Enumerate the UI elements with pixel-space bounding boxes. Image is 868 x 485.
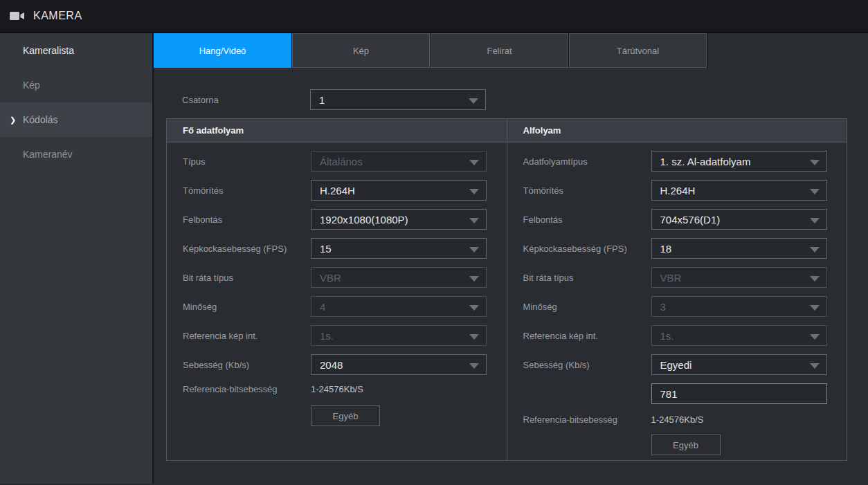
tab-label: Kép: [353, 46, 369, 56]
tab-kep[interactable]: Kép: [292, 33, 430, 68]
tab-label: Tárútvonal: [617, 46, 659, 56]
more-button[interactable]: Egyéb: [311, 405, 380, 426]
field-label: Felbontás: [523, 214, 651, 225]
field-row: Tömörítés H.264H: [523, 180, 847, 201]
tab-label: Felirat: [487, 46, 512, 56]
sidebar-item-kameralista[interactable]: Kameralista: [0, 33, 152, 68]
field-dropdown[interactable]: 704x576(D1): [651, 209, 827, 230]
field-label: Típus: [183, 156, 311, 167]
field-label: Sebesség (Kb/s): [523, 360, 651, 370]
chevron-down-icon: [810, 305, 820, 311]
field-dropdown: 3: [651, 296, 827, 317]
dropdown-value: Általános: [320, 156, 363, 167]
field-label: Bit ráta típus: [523, 273, 651, 283]
field-row: Minőség 3: [523, 296, 847, 317]
field-dropdown[interactable]: 1920x1080(1080P): [311, 209, 487, 230]
field-row: Sebesség (Kb/s) 2048: [183, 354, 507, 375]
field-row: Referencia kép int. 1s.: [183, 325, 507, 346]
dropdown-value: 18: [660, 243, 672, 255]
field-row: Bit ráta típus VBR: [523, 267, 847, 288]
tab-felirat[interactable]: Felirat: [431, 33, 568, 68]
topbar: KAMERA: [0, 0, 868, 33]
chevron-right-icon: ❯: [10, 116, 16, 124]
field-label: Képkockasebesség (FPS): [523, 244, 651, 254]
sidebar-item-label: Kép: [23, 80, 40, 91]
channel-row: Csatorna 1: [182, 89, 868, 110]
tab-tarutvonal[interactable]: Tárútvonal: [569, 33, 707, 68]
dropdown-value: Egyedi: [660, 359, 692, 371]
field-row: Sebesség (Kb/s) Egyedi: [523, 354, 847, 375]
field-label: Képkockasebesség (FPS): [183, 244, 311, 254]
ref-bitrate-label: Referencia-bitsebesség: [183, 384, 311, 394]
field-label: Minőség: [183, 302, 311, 312]
custom-rate-row: [523, 383, 847, 404]
field-dropdown[interactable]: 15: [311, 238, 487, 259]
field-label: Felbontás: [183, 214, 311, 225]
field-row: Képkockasebesség (FPS) 18: [523, 238, 847, 259]
field-row: Tömörítés H.264H: [183, 180, 507, 201]
field-dropdown[interactable]: 2048: [311, 354, 487, 375]
field-row: Adatfolyamtípus 1. sz. Al-adatfolyam: [523, 151, 847, 172]
ref-bitrate-label: Referencia-bitsebesség: [523, 414, 651, 425]
field-dropdown[interactable]: 18: [651, 238, 827, 259]
sidebar: Kameralista Kép ❯ Kódolás Kameranév: [0, 33, 154, 484]
sidebar-item-kodolas[interactable]: ❯ Kódolás: [0, 102, 152, 137]
chevron-down-icon: [810, 276, 820, 282]
dropdown-value: 1920x1080(1080P): [320, 214, 408, 226]
chevron-down-icon: [469, 305, 479, 311]
main-area: Hang/Videó Kép Felirat Tárútvonal Csator…: [154, 33, 868, 484]
main-stream-fields: Típus Általános Tömörítés H.264H Felbont…: [183, 151, 507, 375]
dropdown-value: 2048: [320, 359, 343, 371]
dropdown-value: 1: [319, 94, 325, 106]
dropdown-value: VBR: [320, 272, 341, 284]
sub-stream-header: Alfolyam: [507, 119, 847, 143]
page-title: KAMERA: [33, 10, 82, 22]
field-label: Bit ráta típus: [183, 273, 311, 283]
field-row: Felbontás 1920x1080(1080P): [183, 209, 507, 230]
tab-hang-video[interactable]: Hang/Videó: [154, 33, 291, 68]
field-dropdown[interactable]: H.264H: [651, 180, 827, 201]
field-dropdown: 4: [311, 296, 487, 317]
chevron-down-icon: [810, 334, 820, 340]
more-button-row: Egyéb: [523, 434, 847, 455]
field-dropdown[interactable]: Egyedi: [651, 354, 827, 375]
sidebar-item-kameranev[interactable]: Kameranév: [0, 137, 152, 172]
dropdown-value: 15: [320, 243, 332, 255]
field-dropdown: 1s.: [651, 325, 827, 346]
sidebar-item-label: Kameranév: [23, 149, 73, 160]
dropdown-value: 1. sz. Al-adatfolyam: [660, 156, 751, 167]
field-row: Képkockasebesség (FPS) 15: [183, 238, 507, 259]
dropdown-value: H.264H: [660, 185, 696, 196]
more-button-row: Egyéb: [183, 405, 507, 426]
field-row: Bit ráta típus VBR: [183, 267, 507, 288]
chevron-down-icon: [810, 363, 820, 369]
chevron-down-icon: [810, 189, 820, 194]
panel-title: Fő adatfolyam: [183, 125, 244, 136]
chevron-down-icon: [810, 247, 820, 253]
sidebar-item-kep[interactable]: Kép: [0, 68, 152, 102]
channel-dropdown[interactable]: 1: [310, 89, 486, 110]
dropdown-value: 1s.: [660, 330, 674, 342]
field-dropdown[interactable]: 1. sz. Al-adatfolyam: [651, 151, 827, 172]
field-label: Sebesség (Kb/s): [183, 360, 311, 370]
custom-rate-input[interactable]: [651, 383, 827, 404]
sidebar-item-label: Kameralista: [23, 45, 74, 56]
field-row: Típus Általános: [183, 151, 507, 172]
more-button[interactable]: Egyéb: [651, 434, 721, 455]
dropdown-value: 4: [320, 301, 325, 313]
chevron-down-icon: [469, 189, 479, 194]
dropdown-value: 3: [660, 301, 666, 313]
dropdown-value: 704x576(D1): [660, 214, 721, 226]
stream-panels: Fő adatfolyam Típus Általános Tömörítés …: [166, 118, 847, 461]
field-dropdown: 1s.: [311, 325, 487, 346]
ref-bitrate-row: Referencia-bitsebesség 1-24576Kb/S: [523, 414, 847, 425]
field-row: Felbontás 704x576(D1): [523, 209, 847, 230]
ref-bitrate-value: 1-24576Kb/S: [651, 414, 704, 425]
sidebar-item-label: Kódolás: [23, 114, 58, 125]
field-dropdown[interactable]: H.264H: [311, 180, 487, 201]
field-label: Referencia kép int.: [523, 331, 651, 341]
chevron-down-icon: [469, 276, 479, 282]
field-label: Tömörítés: [183, 185, 311, 196]
tab-label: Hang/Videó: [199, 46, 246, 56]
dropdown-value: 1s.: [320, 330, 334, 342]
